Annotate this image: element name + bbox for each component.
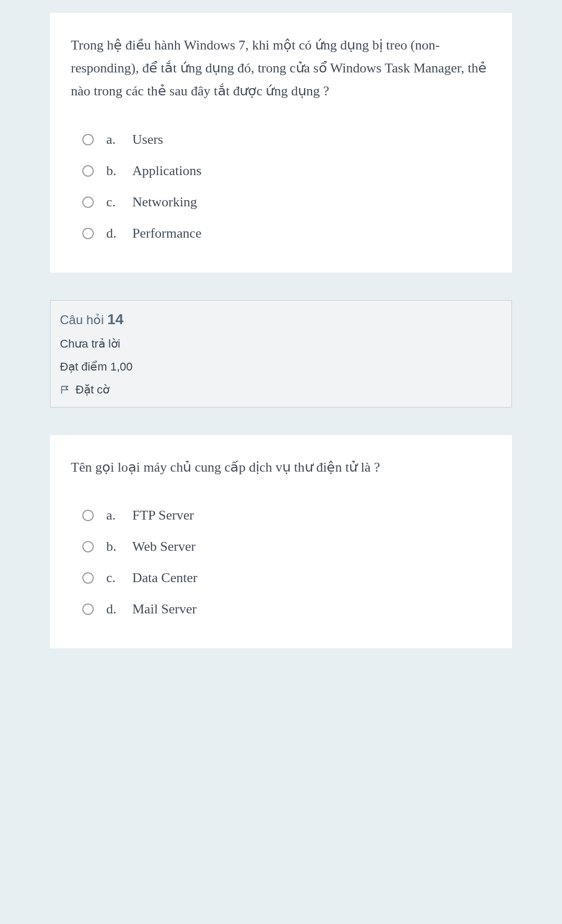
radio-icon[interactable] — [82, 572, 94, 584]
question-header: Câu hỏi 14 Chưa trả lời Đạt điểm 1,00 Đặ… — [50, 300, 512, 408]
option-text: Users — [132, 132, 163, 147]
radio-icon[interactable] — [82, 134, 94, 145]
option-text: Data Center — [132, 570, 197, 586]
title-prefix: Câu hỏi — [60, 313, 107, 327]
option-row-b[interactable]: b. Web Server — [82, 539, 491, 555]
option-row-c[interactable]: c. Networking — [82, 194, 491, 210]
option-letter: a. — [106, 508, 123, 523]
option-row-d[interactable]: d. Mail Server — [82, 601, 491, 617]
question-number: 14 — [107, 311, 123, 327]
option-row-d[interactable]: d. Performance — [82, 226, 491, 241]
score-label: Đạt điểm 1,00 — [60, 360, 502, 374]
answer-status: Chưa trả lời — [60, 337, 502, 351]
radio-icon[interactable] — [82, 196, 94, 208]
question-card-1: Trong hệ điều hành Windows 7, khi một có… — [50, 13, 512, 273]
option-text: Web Server — [132, 539, 195, 555]
option-row-c[interactable]: c. Data Center — [82, 570, 491, 586]
flag-button[interactable]: Đặt cờ — [60, 383, 502, 397]
question-card-2: Tên gọi loại máy chủ cung cấp dịch vụ th… — [50, 435, 512, 648]
radio-icon[interactable] — [82, 510, 94, 521]
option-text: Performance — [132, 226, 202, 241]
option-letter: d. — [106, 226, 123, 241]
option-letter: b. — [106, 539, 123, 555]
question-text: Trong hệ điều hành Windows 7, khi một có… — [71, 34, 491, 103]
option-text: FTP Server — [132, 508, 194, 523]
option-row-a[interactable]: a. Users — [82, 132, 491, 147]
option-row-a[interactable]: a. FTP Server — [82, 508, 491, 523]
options-list: a. FTP Server b. Web Server c. Data Cent… — [71, 508, 491, 617]
option-text: Applications — [132, 163, 202, 179]
radio-icon[interactable] — [82, 228, 94, 239]
radio-icon[interactable] — [82, 541, 94, 552]
option-text: Networking — [132, 194, 197, 210]
radio-icon[interactable] — [82, 603, 94, 615]
radio-icon[interactable] — [82, 165, 94, 177]
option-letter: d. — [106, 601, 123, 617]
option-text: Mail Server — [132, 601, 196, 617]
question-number-label: Câu hỏi 14 — [60, 311, 502, 328]
options-list: a. Users b. Applications c. Networking d… — [71, 132, 491, 241]
option-row-b[interactable]: b. Applications — [82, 163, 491, 179]
flag-icon — [60, 385, 70, 395]
option-letter: c. — [106, 194, 123, 210]
flag-label: Đặt cờ — [76, 383, 109, 397]
option-letter: b. — [106, 163, 123, 179]
question-text: Tên gọi loại máy chủ cung cấp dịch vụ th… — [71, 456, 491, 479]
option-letter: a. — [106, 132, 123, 147]
option-letter: c. — [106, 570, 123, 586]
